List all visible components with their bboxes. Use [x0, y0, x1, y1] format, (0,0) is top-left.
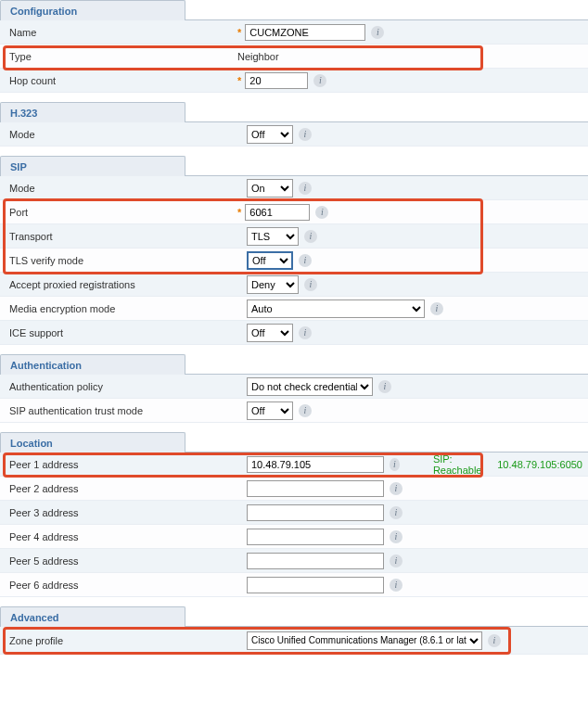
input-peer6[interactable] — [247, 577, 384, 593]
row-sip-port: Port * i — [0, 200, 588, 224]
tab-authentication: Authentication — [0, 354, 185, 375]
info-icon[interactable]: i — [430, 302, 443, 315]
info-icon[interactable]: i — [390, 530, 403, 543]
tab-header-location: Location — [0, 432, 588, 452]
select-tlsverify[interactable]: Off — [247, 251, 293, 270]
info-icon[interactable]: i — [315, 206, 328, 219]
row-peer6: Peer 6 address i — [0, 573, 588, 597]
required-marker: * — [237, 75, 241, 86]
tab-header-h323: H.323 — [0, 102, 588, 122]
tab-configuration: Configuration — [0, 0, 185, 20]
tab-sip: SIP — [0, 156, 185, 176]
label-h323-mode: Mode — [6, 129, 237, 140]
row-peer5: Peer 5 address i — [0, 549, 588, 573]
row-siptrust: SIP authentication trust mode Off i — [0, 399, 588, 423]
row-peer2: Peer 2 address i — [0, 477, 588, 501]
status-peer1-ip: 10.48.79.105:6050 — [497, 459, 582, 470]
required-marker: * — [237, 207, 241, 218]
row-peer1: Peer 1 address i SIP: Reachable 10.48.79… — [0, 452, 588, 477]
info-icon[interactable]: i — [304, 230, 317, 243]
select-transport[interactable]: TLS — [247, 227, 299, 246]
input-peer4[interactable] — [247, 529, 384, 545]
label-peer5: Peer 5 address — [6, 555, 237, 567]
row-h323-mode: Mode Off i — [0, 122, 588, 147]
input-peer5[interactable] — [247, 553, 384, 569]
input-hop[interactable] — [245, 72, 308, 89]
info-icon[interactable]: i — [313, 74, 326, 87]
status-peer1: SIP: Reachable — [433, 453, 488, 476]
info-icon[interactable]: i — [390, 554, 403, 567]
section-sip: SIP Mode On i Port * i Transport TLS i — [0, 156, 588, 345]
row-ice: ICE support Off i — [0, 321, 588, 345]
tab-header-configuration: Configuration — [0, 0, 588, 20]
row-transport: Transport TLS i — [0, 224, 588, 249]
label-tlsverify: TLS verify mode — [6, 255, 237, 266]
label-sip-port: Port — [6, 207, 237, 218]
input-peer1[interactable] — [247, 456, 384, 473]
label-peer3: Peer 3 address — [6, 507, 237, 518]
input-peer3[interactable] — [247, 504, 384, 521]
label-peer1: Peer 1 address — [6, 459, 237, 470]
label-transport: Transport — [6, 231, 237, 242]
tab-header-authentication: Authentication — [0, 354, 588, 375]
tab-header-advanced: Advanced — [0, 606, 588, 627]
section-configuration: Configuration Name * i Type Neighbor Hop… — [0, 0, 588, 93]
section-authentication: Authentication Authentication policy Do … — [0, 354, 588, 423]
label-siptrust: SIP authentication trust mode — [6, 405, 237, 416]
section-location: Location Peer 1 address i SIP: Reachable… — [0, 432, 588, 597]
label-type: Type — [6, 51, 237, 62]
info-icon[interactable]: i — [304, 278, 317, 291]
row-authpolicy: Authentication policy Do not check crede… — [0, 375, 588, 399]
tab-h323: H.323 — [0, 102, 185, 122]
row-hop: Hop count * i — [0, 69, 588, 93]
select-zoneprofile[interactable]: Cisco Unified Communications Manager (8.… — [247, 631, 482, 650]
row-acceptproxied: Accept proxied registrations Deny i — [0, 273, 588, 297]
input-peer2[interactable] — [247, 480, 384, 497]
label-acceptproxied: Accept proxied registrations — [6, 279, 237, 290]
tab-location: Location — [0, 432, 185, 452]
info-icon[interactable]: i — [371, 26, 384, 39]
select-acceptproxied[interactable]: Deny — [247, 275, 299, 294]
select-authpolicy[interactable]: Do not check credentials — [247, 377, 373, 396]
label-name: Name — [6, 27, 237, 38]
row-peer4: Peer 4 address i — [0, 525, 588, 549]
label-zoneprofile: Zone profile — [6, 635, 237, 646]
info-icon[interactable]: i — [390, 506, 403, 519]
label-ice: ICE support — [6, 327, 237, 338]
required-marker: * — [237, 27, 241, 38]
select-sip-mode[interactable]: On — [247, 179, 293, 198]
info-icon[interactable]: i — [299, 404, 312, 417]
info-icon[interactable]: i — [378, 380, 391, 393]
label-sip-mode: Mode — [6, 183, 237, 194]
row-tlsverify: TLS verify mode Off i — [0, 249, 588, 273]
input-name[interactable] — [245, 24, 365, 41]
info-icon[interactable]: i — [488, 634, 501, 647]
info-icon[interactable]: i — [299, 128, 312, 141]
info-icon[interactable]: i — [299, 182, 312, 195]
row-sip-mode: Mode On i — [0, 176, 588, 200]
label-authpolicy: Authentication policy — [6, 381, 237, 392]
tab-advanced: Advanced — [0, 606, 185, 627]
row-peer3: Peer 3 address i — [0, 501, 588, 525]
info-icon[interactable]: i — [390, 579, 403, 592]
input-sip-port[interactable] — [245, 204, 310, 221]
section-h323: H.323 Mode Off i — [0, 102, 588, 147]
info-icon[interactable]: i — [390, 482, 403, 495]
select-siptrust[interactable]: Off — [247, 401, 293, 420]
row-name: Name * i — [0, 20, 588, 45]
select-media[interactable]: Auto — [247, 300, 425, 318]
info-icon[interactable]: i — [299, 326, 312, 339]
info-icon[interactable]: i — [390, 458, 400, 471]
row-type: Type Neighbor — [0, 45, 588, 69]
label-hop: Hop count — [6, 75, 237, 86]
label-peer6: Peer 6 address — [6, 580, 237, 591]
label-peer4: Peer 4 address — [6, 531, 237, 542]
label-media: Media encryption mode — [6, 303, 237, 314]
row-media: Media encryption mode Auto i — [0, 297, 588, 321]
info-icon[interactable]: i — [299, 254, 312, 267]
row-zoneprofile: Zone profile Cisco Unified Communication… — [0, 627, 588, 655]
section-advanced: Advanced Zone profile Cisco Unified Comm… — [0, 606, 588, 655]
tab-header-sip: SIP — [0, 156, 588, 176]
select-h323-mode[interactable]: Off — [247, 125, 293, 144]
select-ice[interactable]: Off — [247, 324, 293, 342]
